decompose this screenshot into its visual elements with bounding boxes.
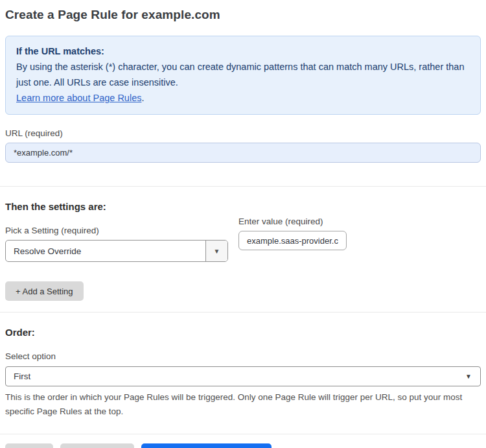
enter-value-label: Enter value (required) bbox=[238, 217, 347, 226]
settings-row: Pick a Setting (required) Resolve Overri… bbox=[5, 212, 481, 262]
learn-more-link[interactable]: Learn more about Page Rules bbox=[16, 93, 141, 103]
chevron-down-icon: ▼ bbox=[465, 373, 480, 380]
save-as-draft-button[interactable]: Save as Draft bbox=[60, 443, 134, 448]
page-title: Create a Page Rule for example.com bbox=[5, 8, 481, 22]
url-input[interactable] bbox=[5, 143, 481, 163]
footer-divider bbox=[0, 434, 486, 434]
pick-setting-select[interactable]: Resolve Override ▼ bbox=[5, 240, 228, 262]
info-box-heading: If the URL matches: bbox=[16, 43, 470, 59]
section-divider bbox=[0, 186, 486, 187]
create-page-rule-form: Create a Page Rule for example.com If th… bbox=[0, 0, 486, 448]
add-setting-button[interactable]: + Add a Setting bbox=[5, 281, 84, 301]
settings-section-heading: Then the settings are: bbox=[5, 201, 481, 212]
order-help-text: This is the order in which your Page Rul… bbox=[5, 390, 472, 419]
order-selected-value: First bbox=[6, 371, 465, 381]
save-and-deploy-button[interactable]: Save and Deploy Page Rule bbox=[141, 443, 272, 448]
section-divider bbox=[0, 312, 486, 312]
link-period: . bbox=[141, 93, 144, 103]
info-box-link-line: Learn more about Page Rules. bbox=[16, 90, 470, 106]
order-section-heading: Order: bbox=[5, 327, 481, 338]
pick-setting-column: Pick a Setting (required) Resolve Overri… bbox=[5, 212, 228, 262]
order-select[interactable]: First ▼ bbox=[5, 366, 481, 386]
pick-setting-selected-value: Resolve Override bbox=[6, 241, 205, 261]
cancel-button[interactable]: Cancel bbox=[5, 443, 53, 448]
enter-value-column: Enter value (required) bbox=[238, 217, 347, 250]
info-box-body: By using the asterisk (*) character, you… bbox=[16, 59, 470, 90]
url-field-label: URL (required) bbox=[5, 128, 481, 138]
pick-setting-label: Pick a Setting (required) bbox=[5, 226, 228, 235]
order-select-label: Select option bbox=[5, 351, 481, 361]
setting-value-input[interactable] bbox=[238, 231, 347, 250]
footer-button-row: Cancel Save as Draft Save and Deploy Pag… bbox=[5, 443, 481, 448]
url-matches-info-box: If the URL matches: By using the asteris… bbox=[5, 36, 481, 115]
chevron-down-icon[interactable]: ▼ bbox=[205, 241, 227, 261]
